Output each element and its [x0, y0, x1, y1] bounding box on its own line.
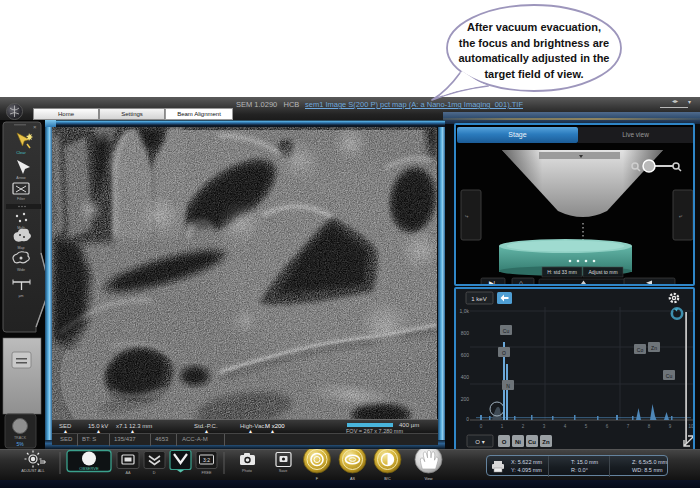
svg-text:10: 10 [688, 424, 694, 429]
svg-text:Zn: Zn [651, 345, 657, 351]
svg-text:1,0k: 1,0k [460, 308, 470, 314]
svg-text:automatically adjusted in the: automatically adjusted in the [459, 52, 610, 64]
svg-text:600: 600 [461, 352, 470, 358]
svg-text:After vacuum evacuation,: After vacuum evacuation, [467, 21, 601, 33]
svg-text:3:2: 3:2 [203, 457, 210, 463]
svg-text:Arrow: Arrow [16, 176, 26, 180]
svg-text:Ni: Ni [515, 439, 521, 445]
svg-text:Map: Map [18, 246, 25, 250]
svg-text:1 keV: 1 keV [471, 296, 486, 302]
svg-text:Photo: Photo [242, 469, 252, 473]
svg-text:H: std 33 mm: H: std 33 mm [547, 269, 577, 275]
svg-text:800: 800 [461, 330, 470, 336]
svg-text:0: 0 [466, 416, 469, 422]
svg-text:Cu: Cu [503, 328, 510, 334]
svg-text:⌂: ⌂ [519, 279, 523, 286]
svg-text:5%: 5% [16, 441, 24, 447]
svg-text:Save: Save [279, 469, 288, 473]
svg-text:D: D [153, 471, 156, 475]
svg-text:⤶: ⤶ [679, 213, 682, 219]
svg-text:Co: Co [637, 347, 644, 353]
svg-text:FREE: FREE [201, 471, 212, 475]
svg-text:×: × [33, 124, 37, 130]
svg-text:Cu: Cu [528, 439, 536, 445]
svg-text:AA: AA [125, 471, 131, 475]
svg-text:target field of view.: target field of view. [484, 68, 583, 80]
svg-text:µm: µm [18, 294, 23, 298]
svg-text:400: 400 [461, 374, 470, 380]
svg-text:Zn: Zn [542, 439, 550, 445]
svg-text:TRACK: TRACK [14, 436, 27, 440]
svg-text:O: O [502, 350, 506, 356]
svg-text:Clear: Clear [16, 150, 26, 155]
svg-text:O ▾: O ▾ [475, 439, 484, 445]
svg-text:Wide: Wide [17, 268, 25, 272]
svg-text:Filter: Filter [17, 197, 26, 201]
svg-text:Adjust to mm: Adjust to mm [588, 269, 617, 275]
svg-text:OBSERVE: OBSERVE [79, 466, 99, 471]
svg-text:ADJUST ALL: ADJUST ALL [21, 468, 45, 473]
svg-text:200: 200 [461, 396, 470, 402]
svg-text:▶|: ▶| [489, 280, 496, 286]
svg-text:the focus and brightness are: the focus and brightness are [459, 37, 609, 49]
svg-text:N: N [506, 383, 510, 389]
svg-text:Cu: Cu [666, 373, 673, 379]
svg-text:O: O [502, 439, 507, 445]
